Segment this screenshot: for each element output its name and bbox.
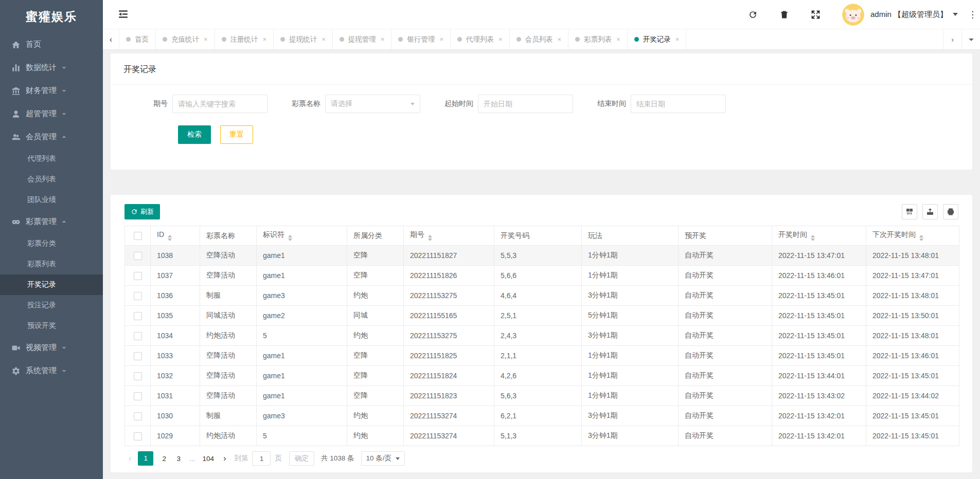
column-label: 玩法 bbox=[588, 231, 602, 240]
refresh-icon[interactable] bbox=[748, 10, 758, 20]
end-date-input[interactable] bbox=[631, 95, 726, 113]
sidebar-subitem-5-1[interactable]: 彩票列表 bbox=[0, 254, 103, 274]
row-checkbox[interactable] bbox=[134, 292, 142, 300]
sidebar-item-3[interactable]: 超管管理 bbox=[0, 102, 103, 125]
row-checkbox[interactable] bbox=[134, 392, 142, 400]
page-ellipsis[interactable]: ... bbox=[189, 455, 195, 463]
column-header-0[interactable]: ID bbox=[151, 226, 200, 246]
fullscreen-icon[interactable] bbox=[811, 10, 821, 20]
sort-icon[interactable] bbox=[168, 235, 172, 241]
avatar[interactable] bbox=[842, 4, 864, 26]
row-checkbox[interactable] bbox=[134, 272, 142, 280]
sidebar-item-2[interactable]: 财务管理 bbox=[0, 79, 103, 102]
sidebar-item-5[interactable]: 彩票管理 bbox=[0, 210, 103, 233]
sort-icon[interactable] bbox=[811, 235, 815, 241]
export-icon[interactable] bbox=[922, 204, 938, 219]
page-size-select[interactable]: 10 条/页 bbox=[361, 451, 405, 466]
row-checkbox[interactable] bbox=[134, 412, 142, 420]
tab-scroll-right-icon[interactable]: › bbox=[943, 29, 961, 49]
issue-number-input[interactable] bbox=[172, 95, 268, 113]
search-button[interactable]: 检索 bbox=[178, 125, 211, 144]
tab-7[interactable]: 会员列表× bbox=[510, 29, 569, 49]
select-all-checkbox[interactable] bbox=[134, 232, 142, 240]
table-cell: 4,2,6 bbox=[494, 366, 582, 386]
column-header-4[interactable]: 期号 bbox=[404, 226, 494, 246]
sidebar-item-0[interactable]: 首页 bbox=[0, 33, 103, 56]
table-cell: 自动开奖 bbox=[679, 286, 772, 306]
sidebar-subitem-5-4[interactable]: 预设开奖 bbox=[0, 316, 103, 336]
close-icon[interactable]: × bbox=[381, 35, 385, 43]
tab-6[interactable]: 代理列表× bbox=[451, 29, 510, 49]
start-date-input[interactable] bbox=[478, 95, 573, 113]
trash-icon[interactable] bbox=[779, 10, 789, 20]
tab-5[interactable]: 银行管理× bbox=[391, 29, 451, 49]
sort-icon[interactable] bbox=[919, 235, 923, 241]
close-icon[interactable]: × bbox=[263, 35, 267, 43]
tab-0[interactable]: 首页 bbox=[119, 29, 156, 49]
sidebar-subitem-4-2[interactable]: 团队业绩 bbox=[0, 190, 103, 210]
row-checkbox[interactable] bbox=[134, 332, 142, 340]
tab-9[interactable]: 开奖记录× bbox=[628, 29, 687, 49]
tab-menu-icon[interactable] bbox=[961, 29, 980, 49]
sidebar-item-1[interactable]: 数据统计 bbox=[0, 56, 103, 79]
close-icon[interactable]: × bbox=[439, 35, 443, 43]
goto-page-input[interactable] bbox=[252, 451, 271, 466]
page-number[interactable]: 3 bbox=[175, 455, 182, 463]
row-checkbox[interactable] bbox=[134, 352, 142, 360]
page-number[interactable]: 2 bbox=[161, 455, 168, 463]
close-icon[interactable]: × bbox=[498, 35, 503, 43]
column-header-8[interactable]: 开奖时间 bbox=[772, 226, 866, 246]
close-icon[interactable]: × bbox=[675, 35, 680, 43]
close-icon[interactable]: × bbox=[322, 35, 326, 43]
row-checkbox[interactable] bbox=[134, 312, 142, 320]
page-number[interactable]: 104 bbox=[203, 455, 215, 463]
filter-columns-icon[interactable] bbox=[902, 204, 917, 219]
row-checkbox[interactable] bbox=[134, 252, 142, 260]
close-icon[interactable]: × bbox=[204, 35, 208, 43]
sidebar-subitem-5-3[interactable]: 投注记录 bbox=[0, 295, 103, 316]
row-select-cell bbox=[125, 326, 151, 346]
reset-button[interactable]: 重置 bbox=[220, 125, 253, 144]
sidebar-item-4[interactable]: 会员管理 bbox=[0, 125, 103, 149]
sidebar-item-6[interactable]: 视频管理 bbox=[0, 336, 103, 359]
table-cell: 4,6,4 bbox=[494, 286, 582, 306]
tab-3[interactable]: 提现统计× bbox=[274, 29, 333, 49]
tab-scroll-left-icon[interactable]: ‹ bbox=[103, 29, 119, 49]
more-menu-icon[interactable]: ⋮ bbox=[968, 10, 977, 19]
column-label: 开奖号码 bbox=[501, 231, 529, 240]
close-icon[interactable]: × bbox=[558, 35, 562, 43]
page-prev-icon[interactable]: ‹ bbox=[129, 454, 131, 463]
lottery-name-select[interactable]: 请选择 bbox=[325, 95, 420, 113]
sidebar-subitem-4-1[interactable]: 会员列表 bbox=[0, 169, 103, 190]
sidebar-subitem-5-2[interactable]: 开奖记录 bbox=[0, 274, 103, 295]
column-header-9[interactable]: 下次开奖时间 bbox=[866, 226, 959, 246]
sort-icon[interactable] bbox=[428, 235, 432, 241]
row-checkbox[interactable] bbox=[134, 372, 142, 380]
tab-8[interactable]: 彩票列表× bbox=[568, 29, 628, 49]
row-checkbox[interactable] bbox=[134, 432, 142, 440]
sidebar-subitem-5-0[interactable]: 彩票分类 bbox=[0, 233, 103, 254]
page-number[interactable]: 1 bbox=[138, 451, 153, 466]
user-menu[interactable]: admin 【超级管理员】 bbox=[870, 10, 958, 20]
column-header-2[interactable]: 标识符 bbox=[257, 226, 347, 246]
user-name: admin 【超级管理员】 bbox=[870, 10, 948, 20]
tab-dot-icon bbox=[126, 37, 131, 42]
chevron-down-icon bbox=[953, 13, 958, 16]
tab-4[interactable]: 提现管理× bbox=[333, 29, 392, 49]
column-label: 开奖时间 bbox=[778, 230, 807, 238]
sort-icon[interactable] bbox=[288, 235, 292, 241]
chevron-down-icon bbox=[396, 457, 400, 460]
close-icon[interactable]: × bbox=[616, 35, 620, 43]
refresh-button[interactable]: 刷新 bbox=[124, 204, 160, 219]
table-cell: 202211151823 bbox=[404, 386, 494, 406]
column-label: ID bbox=[157, 230, 164, 238]
table-cell: game1 bbox=[257, 346, 347, 366]
sidebar-item-7[interactable]: 系统管理 bbox=[0, 359, 103, 382]
collapse-sidebar-icon[interactable] bbox=[117, 8, 130, 21]
page-next-icon[interactable]: › bbox=[223, 454, 226, 463]
goto-confirm-button[interactable]: 确定 bbox=[289, 451, 314, 466]
print-icon[interactable] bbox=[943, 204, 958, 219]
tab-1[interactable]: 充值统计× bbox=[156, 29, 215, 49]
sidebar-subitem-4-0[interactable]: 代理列表 bbox=[0, 149, 103, 169]
tab-2[interactable]: 注册统计× bbox=[215, 29, 274, 49]
